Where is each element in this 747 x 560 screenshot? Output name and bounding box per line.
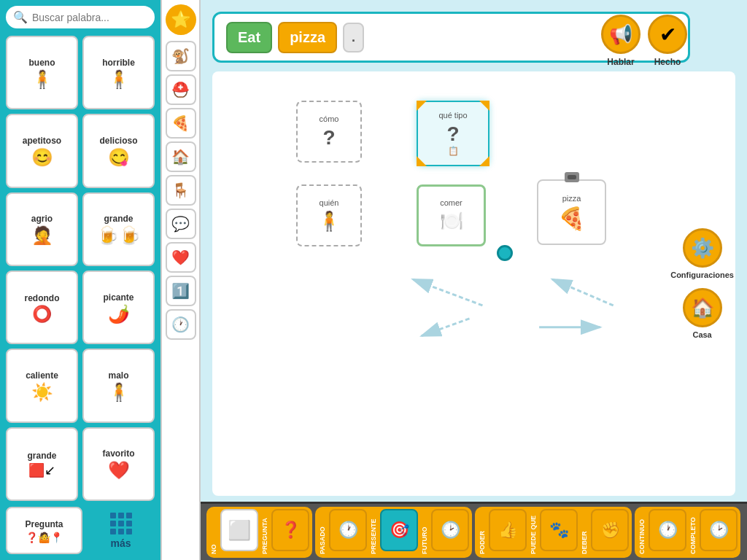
node-icon-comer: 🍽️: [440, 210, 463, 233]
word-icon-horrible: 🧍: [108, 71, 130, 88]
word-grid: bueno 🧍 horrible 🧍 apetitoso 😊 delicioso…: [6, 36, 155, 501]
word-label: delicioso: [99, 136, 137, 146]
mas-card[interactable]: más: [87, 513, 155, 549]
svg-line-1: [413, 279, 483, 306]
pregunta-card[interactable]: Pregunta ❓🤷📍: [6, 507, 82, 554]
icon-sidebar: ⭐ 🐒 ⛑️ 🍕 🏠 🪑 💬 ❤️ 1️⃣ 🕐: [160, 0, 201, 560]
word-card-grande2[interactable]: grande 🟥↙: [6, 427, 78, 501]
group-title-poder: PODER: [478, 509, 487, 556]
mindmap-area: cómo ? qué tipo ? 📋 quién 🧍: [212, 71, 735, 496]
node-icon-quien: 🧍: [317, 210, 341, 233]
casa-label: Casa: [692, 330, 711, 339]
poder-icon: 👍: [498, 522, 518, 538]
hablar-label: Hablar: [607, 57, 634, 67]
hecho-label: Hecho: [654, 57, 681, 67]
word-icon-redondo: ⭕: [32, 306, 52, 322]
toolbar-btn-poder[interactable]: 👍: [489, 509, 527, 551]
word-icon-grande2: 🟥↙: [28, 464, 55, 477]
sentence-word-period[interactable]: .: [343, 23, 364, 52]
toolbar-btn-deber[interactable]: ✊: [591, 509, 629, 551]
word-label: redondo: [25, 293, 60, 303]
presente-icon: 🎯: [390, 522, 409, 538]
toolbar-group-no-pregunta: NO ⬜ PREGUNTA ❓: [206, 507, 312, 558]
node-icon-pizza: 🍕: [558, 206, 585, 231]
futuro-icon: 🕑: [441, 522, 460, 538]
word-card-horrible[interactable]: horrible 🧍: [82, 36, 155, 109]
toolbar-btn-completo[interactable]: 🕑: [700, 509, 738, 551]
word-label: apetitoso: [23, 136, 61, 146]
word-card-bueno[interactable]: bueno 🧍: [6, 36, 78, 109]
word-card-agrio[interactable]: agrio 🤦: [6, 192, 78, 266]
sentence-area: Eat pizza . 📢 Hablar ✔ Hecho: [206, 6, 696, 66]
sidebar-icon-pizza[interactable]: 🍕: [166, 108, 196, 139]
casa-button[interactable]: 🏠 Casa: [683, 288, 722, 339]
word-icon-caliente: ☀️: [31, 384, 53, 401]
search-input[interactable]: [32, 12, 147, 23]
hecho-icon-circle: ✔: [648, 15, 687, 54]
toolbar-btn-pregunta[interactable]: ❓: [271, 509, 309, 551]
toolbar-btn-no[interactable]: ⬜: [220, 509, 258, 551]
sidebar-icon-bubble[interactable]: 💬: [166, 209, 196, 239]
sentence-word-pizza[interactable]: pizza: [278, 22, 337, 53]
configuraciones-button[interactable]: ⚙️ Configuraciones: [670, 228, 734, 279]
node-pizza[interactable]: pizza 🍕: [537, 179, 606, 245]
sidebar-icon-clock[interactable]: 🕐: [166, 309, 196, 340]
node-comer[interactable]: comer 🍽️: [417, 184, 486, 246]
node-icon-como: ?: [322, 126, 335, 149]
word-label: caliente: [26, 370, 58, 381]
hecho-button[interactable]: ✔ Hecho: [648, 15, 687, 67]
hablar-button[interactable]: 📢 Hablar: [601, 15, 640, 67]
group-title-futuro: FUTURO: [420, 509, 429, 556]
toolbar-group-modal: PODER 👍 PUEDE QUE 🐾 DEBER ✊: [475, 507, 632, 558]
word-icon-apetitoso: 😊: [31, 149, 53, 166]
sidebar-icon-chair[interactable]: 🪑: [166, 175, 196, 206]
toolbar-btn-continuo[interactable]: 🕐: [649, 509, 686, 551]
mindmap-container: cómo ? qué tipo ? 📋 quién 🧍: [206, 69, 741, 499]
word-icon-grande: 🍺🍺: [97, 227, 141, 244]
word-icon-malo: 🧍: [108, 384, 130, 401]
sidebar-icon-monkey[interactable]: 🐒: [166, 41, 196, 71]
sidebar-icon-home[interactable]: 🏠: [166, 141, 196, 172]
pregunta-label: Pregunta: [25, 519, 63, 529]
toolbar-btn-pasado[interactable]: 🕐: [329, 509, 367, 551]
node-label-comer: comer: [440, 198, 462, 207]
node-quetipo[interactable]: qué tipo ? 📋: [417, 101, 489, 166]
sidebar-icon-helmet[interactable]: ⛑️: [166, 74, 196, 105]
pregunta-icon: ❓🤷📍: [26, 532, 63, 542]
word-card-picante[interactable]: picante 🌶️: [82, 271, 155, 344]
word-card-caliente[interactable]: caliente ☀️: [6, 349, 78, 422]
word-card-redondo[interactable]: redondo ⭕: [6, 271, 78, 344]
dot-grid: [110, 513, 132, 534]
sidebar-icon-one[interactable]: 1️⃣: [166, 276, 196, 306]
favorites-button[interactable]: ⭐: [166, 4, 196, 35]
sidebar-icon-heart[interactable]: ❤️: [166, 242, 196, 273]
casa-icon-circle: 🏠: [683, 288, 722, 327]
word-icon-agrio: 🤦: [31, 227, 53, 244]
word-card-grande[interactable]: grande 🍺🍺: [82, 192, 155, 266]
completo-icon: 🕑: [709, 522, 729, 538]
word-card-favorito[interactable]: favorito ❤️: [82, 427, 155, 501]
word-label: grande: [27, 451, 56, 461]
node-icon-quetipo: ?: [446, 122, 459, 146]
word-card-malo[interactable]: malo 🧍: [82, 349, 155, 422]
word-card-delicioso[interactable]: delicioso 😋: [82, 114, 155, 187]
config-icon-circle: ⚙️: [683, 228, 722, 268]
sentence-word-eat[interactable]: Eat: [226, 22, 272, 53]
toolbar-btn-futuro[interactable]: 🕑: [431, 509, 469, 551]
main-content: Eat pizza . 📢 Hablar ✔ Hecho: [201, 0, 747, 560]
toolbar-btn-presente[interactable]: 🎯: [380, 509, 418, 551]
no-icon: ⬜: [228, 521, 251, 540]
pregunta-toolbar-icon: ❓: [281, 522, 301, 538]
search-bar[interactable]: 🔍: [6, 6, 155, 28]
word-icon-favorito: ❤️: [108, 462, 130, 479]
node-quien[interactable]: quién 🧍: [296, 184, 362, 246]
word-label: picante: [103, 292, 133, 303]
node-subicon-quetipo: 📋: [448, 146, 459, 156]
left-sidebar: 🔍 bueno 🧍 horrible 🧍 apetitoso 😊 delicio…: [0, 0, 160, 560]
node-como[interactable]: cómo ?: [296, 101, 362, 163]
toolbar-btn-puedeque[interactable]: 🐾: [540, 509, 578, 551]
node-label-pizza: pizza: [562, 194, 581, 203]
word-card-apetitoso[interactable]: apetitoso 😊: [6, 114, 78, 187]
word-label: favorito: [102, 448, 134, 459]
svg-line-2: [422, 319, 470, 336]
